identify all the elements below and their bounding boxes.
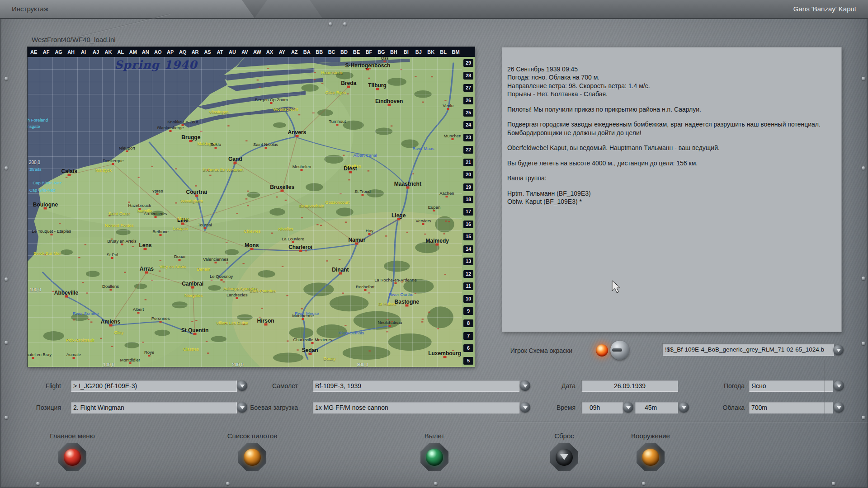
briefing-screen: Инструктаж Gans 'Banzay' Kaput WestFront… xyxy=(0,0,868,488)
briefing-map[interactable]: Spring 1940 S-HertogenboschOssBredaTilbu… xyxy=(28,47,475,367)
reset-button[interactable] xyxy=(550,443,578,471)
hour-select[interactable]: 09h xyxy=(581,402,623,413)
map-city-dot xyxy=(383,61,386,62)
reset-action: Сброс xyxy=(526,432,603,471)
map-label: Calais xyxy=(61,168,77,174)
map-label: River Maas xyxy=(412,146,434,151)
clouds-select-value: 700m xyxy=(751,404,767,411)
grid-column-label: AZ xyxy=(288,47,301,57)
map-label: Hazebrouck xyxy=(128,203,151,208)
grid-column-label: AS xyxy=(201,47,213,57)
map-label: Norrent Fontes xyxy=(105,223,133,228)
map-city-dot xyxy=(215,147,217,149)
grid-row-label: 23 xyxy=(463,134,473,141)
map-label: Arras xyxy=(140,266,154,272)
fly-button[interactable] xyxy=(420,443,448,471)
map-label: Bruxelles xyxy=(270,184,294,190)
grid-column-label: AI xyxy=(77,47,90,57)
aircraft-select[interactable]: Bf-109E-3, 1939 xyxy=(312,380,519,392)
skin-dropdown-button[interactable] xyxy=(833,345,844,355)
grid-column-label: BL xyxy=(437,47,449,57)
weather-select-value: Ясно xyxy=(751,382,766,389)
panel-seam xyxy=(497,422,868,422)
skin-toggle-knob[interactable] xyxy=(610,341,629,360)
tab-briefing[interactable]: Инструктаж xyxy=(0,0,255,18)
arming-button[interactable] xyxy=(637,443,665,471)
briefing-line: Порывы - Нет. Болтанка - Слабая. xyxy=(507,90,835,98)
weather-dropdown-button[interactable] xyxy=(834,380,844,391)
panel-seam xyxy=(824,360,825,421)
map-label: Bruay en Artois xyxy=(107,239,136,244)
map-label: Bastogne xyxy=(395,299,420,305)
map-label: Ypres xyxy=(152,188,163,193)
clouds-select[interactable]: 700m xyxy=(749,402,833,413)
map-label-layer: Spring 1940 S-HertogenboschOssBredaTilbu… xyxy=(28,57,462,367)
briefing-line: Obfw. Kaput (BF_109E3) * xyxy=(507,197,835,206)
grid-row-label: 27 xyxy=(463,84,473,92)
grid-column-label: AO xyxy=(152,47,164,57)
main-menu-button[interactable] xyxy=(58,443,86,471)
briefing-line: Погода: ясно. Облака на 700 м. xyxy=(507,73,835,81)
grid-row-label: 6 xyxy=(463,344,473,352)
map-logo: Spring 1940 xyxy=(114,58,197,71)
rivet xyxy=(862,277,865,280)
loadout-select[interactable]: 1x MG FF/M nose cannon xyxy=(312,402,519,413)
map-label: Peronnes xyxy=(151,315,170,320)
map-city-dot xyxy=(236,297,238,299)
minute-select[interactable]: 45m xyxy=(635,402,678,413)
map-label: Sedan xyxy=(302,347,318,353)
pilot-list-action: Список пилотов xyxy=(214,432,291,471)
flight-select[interactable]: > I_JG200 (Bf-109E-3) xyxy=(71,380,237,392)
map-label: th Foreland xyxy=(28,117,48,122)
map-label: Liege xyxy=(392,212,406,219)
map-city-dot xyxy=(422,223,425,225)
map-city-dot xyxy=(111,257,113,259)
main-menu-label: Главное меню xyxy=(34,432,111,440)
map-city-dot xyxy=(160,321,162,323)
briefing-line: Вы будете лететь на высоте 4000 м., дист… xyxy=(507,159,835,167)
date-field[interactable]: 26.09.1939 xyxy=(581,380,678,392)
skin-select[interactable]: !$$_Bf-109E-4_BoB_generic_grey_RLM_71-02… xyxy=(662,343,834,356)
grid-row-label: 21 xyxy=(463,159,473,166)
grid-column-label: BM xyxy=(449,47,462,57)
pilot-list-button[interactable] xyxy=(238,443,266,471)
map-city-dot xyxy=(368,233,371,235)
weather-select[interactable]: Ясно xyxy=(749,380,833,392)
grid-column-label: AE xyxy=(28,47,40,57)
hour-dropdown-button[interactable] xyxy=(623,402,633,413)
map-label: Maastricht xyxy=(394,181,421,187)
map-title: WestFront40/WF40_load.ini xyxy=(32,36,116,43)
skin-indicator-lamp[interactable] xyxy=(596,344,608,357)
map-city-dot xyxy=(112,163,114,165)
map-label: Roye xyxy=(144,350,154,355)
map-city-dot xyxy=(220,279,222,281)
map-label: Breda xyxy=(341,80,356,86)
grid-row-label: 9 xyxy=(463,307,473,315)
map-label: Namur xyxy=(348,237,365,243)
clouds-dropdown-button[interactable] xyxy=(834,402,844,413)
map-city-dot xyxy=(394,282,396,284)
map-label: 100,0 xyxy=(30,287,41,292)
map-label: St Quentin xyxy=(181,327,209,333)
green-button-icon xyxy=(426,449,443,466)
grid-row-label: 20 xyxy=(463,171,473,178)
position-select[interactable]: 2. Flight Wingman xyxy=(71,402,237,413)
map-label: Hirson xyxy=(257,318,274,324)
grid-row-label: 22 xyxy=(463,146,473,154)
map-label: Doullens xyxy=(102,283,119,288)
map-city-dot xyxy=(447,108,449,110)
amber-button-icon xyxy=(642,449,659,466)
aircraft-label: Самолет xyxy=(230,382,298,389)
map-label: 200,0 xyxy=(29,160,40,164)
rivet xyxy=(36,482,40,485)
map-city-dot xyxy=(121,244,123,245)
map-label: 300,0 xyxy=(357,362,368,367)
map-label: Straits xyxy=(29,166,42,171)
map-city-dot xyxy=(72,357,75,359)
map-city-dot xyxy=(156,193,159,195)
grid-column-label: AG xyxy=(52,47,65,57)
map-label: Landrecies xyxy=(226,292,247,297)
grid-row-label: 28 xyxy=(463,72,473,80)
briefing-line: Направление ветра: 98. Скорость ветра: 1… xyxy=(507,82,835,90)
map-label: Mons xyxy=(245,242,259,249)
